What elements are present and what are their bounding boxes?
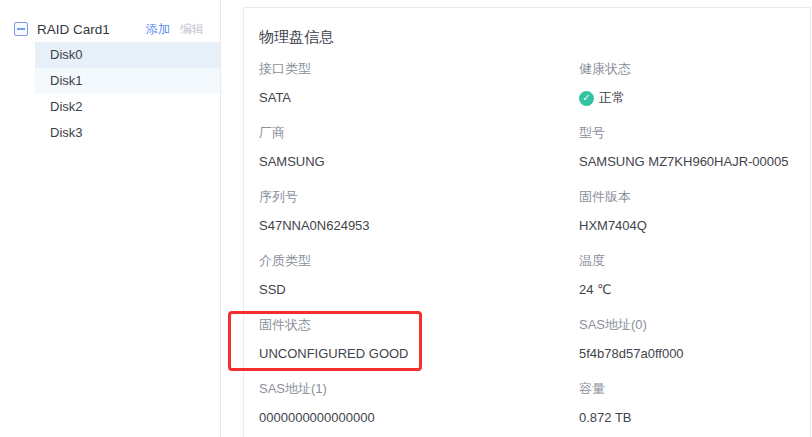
- field-3: 型号SAMSUNG MZ7KH960HAJR-00005: [579, 125, 800, 189]
- field-value: 0000000000000000: [259, 410, 579, 426]
- field-value: SAMSUNG MZ7KH960HAJR-00005: [579, 154, 800, 170]
- edit-link[interactable]: 编辑: [180, 21, 204, 38]
- field-value: S47NNA0N624953: [259, 218, 579, 234]
- sidebar-item-disk0[interactable]: Disk0: [35, 42, 220, 68]
- field-2: 厂商SAMSUNG: [259, 125, 579, 189]
- field-label: 健康状态: [579, 61, 800, 76]
- field-value: ✓正常: [579, 90, 800, 106]
- field-value: SSD: [259, 282, 579, 298]
- field-value: 24 ℃: [579, 282, 800, 298]
- raid-tree-sidebar: RAID Card1 添加 编辑 Disk0Disk1Disk2Disk3: [0, 0, 221, 437]
- field-4: 序列号S47NNA0N624953: [259, 189, 579, 253]
- field-label: 介质类型: [259, 253, 579, 268]
- disk-fields-grid: 接口类型SATA健康状态✓正常厂商SAMSUNG型号SAMSUNG MZ7KH9…: [259, 61, 800, 437]
- field-label: 型号: [579, 125, 800, 140]
- field-value: SATA: [259, 90, 579, 106]
- status-text: 正常: [599, 90, 625, 106]
- add-link[interactable]: 添加: [146, 21, 170, 38]
- minus-glyph: [17, 28, 25, 30]
- field-label: 容量: [579, 381, 800, 396]
- sidebar-item-disk2[interactable]: Disk2: [35, 94, 220, 120]
- field-label: 接口类型: [259, 61, 579, 76]
- field-value: SAMSUNG: [259, 154, 579, 170]
- field-label: 温度: [579, 253, 800, 268]
- field-label: SAS地址(0): [579, 317, 800, 332]
- check-circle-icon: ✓: [579, 91, 594, 106]
- disk-list: Disk0Disk1Disk2Disk3: [0, 42, 220, 146]
- field-value: HXM7404Q: [579, 218, 800, 234]
- disk-info-panel: 物理盘信息 接口类型SATA健康状态✓正常厂商SAMSUNG型号SAMSUNG …: [243, 7, 811, 437]
- field-0: 接口类型SATA: [259, 61, 579, 125]
- collapse-minus-icon[interactable]: [14, 22, 28, 36]
- raid-card-node[interactable]: RAID Card1 添加 编辑: [14, 16, 204, 42]
- field-label: 序列号: [259, 189, 579, 204]
- field-10: SAS地址(1)0000000000000000: [259, 381, 579, 437]
- field-6: 介质类型SSD: [259, 253, 579, 317]
- field-value: UNCONFIGURED GOOD: [259, 346, 579, 362]
- field-5: 固件版本HXM7404Q: [579, 189, 800, 253]
- tree-actions: 添加 编辑: [146, 21, 204, 38]
- field-label: 固件版本: [579, 189, 800, 204]
- field-value: 0.872 TB: [579, 410, 800, 426]
- field-label: 固件状态: [259, 317, 579, 332]
- field-9: SAS地址(0)5f4b78d57a0ff000: [579, 317, 800, 381]
- field-7: 温度24 ℃: [579, 253, 800, 317]
- field-8: 固件状态UNCONFIGURED GOOD: [259, 317, 579, 381]
- field-11: 容量0.872 TB: [579, 381, 800, 437]
- field-1: 健康状态✓正常: [579, 61, 800, 125]
- raid-card-label: RAID Card1: [37, 22, 110, 37]
- sidebar-item-disk3[interactable]: Disk3: [35, 120, 220, 146]
- field-label: 厂商: [259, 125, 579, 140]
- field-value: 5f4b78d57a0ff000: [579, 346, 800, 362]
- panel-title: 物理盘信息: [259, 28, 810, 47]
- field-label: SAS地址(1): [259, 381, 579, 396]
- sidebar-item-disk1[interactable]: Disk1: [35, 68, 220, 94]
